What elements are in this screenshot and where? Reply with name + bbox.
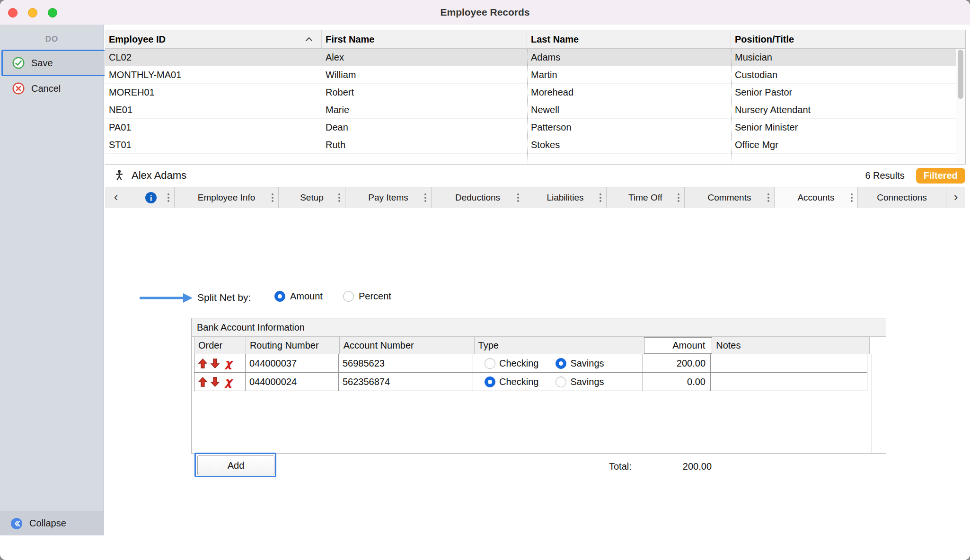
tab-pay-items[interactable]: Pay Items [345, 187, 432, 208]
tab-employee-info[interactable]: Employee Info [175, 187, 279, 208]
split-option-percent[interactable]: Percent [343, 291, 391, 302]
collapse-label: Collapse [29, 518, 66, 529]
checking-radio[interactable] [485, 358, 495, 369]
tab-menu-icon[interactable] [272, 193, 273, 202]
scroll-gutter [872, 354, 872, 453]
tab-bar: ‹ i Employee Info Setup Pay Items Deduct… [105, 187, 965, 209]
tab-info[interactable]: i [127, 187, 175, 208]
cell-first-name: William [322, 70, 527, 80]
cancel-button[interactable]: Cancel [3, 79, 111, 98]
record-bar: Alex Adams 6 Results Filtered [105, 166, 965, 185]
total-value: 200.00 [642, 461, 712, 472]
cell-last-name: Morehead [527, 87, 731, 98]
cell-last-name: Martin [527, 70, 731, 80]
tab-label: Setup [300, 192, 324, 203]
tab-deductions[interactable]: Deductions [432, 187, 524, 208]
radio-icon[interactable] [343, 291, 354, 302]
split-option-amount[interactable]: Amount [274, 291, 323, 302]
column-header-notes: Notes [712, 337, 869, 354]
column-header-order: Order [194, 337, 246, 354]
cell-position: Senior Minister [731, 122, 956, 133]
delete-row-icon[interactable]: χ [225, 376, 232, 387]
checking-radio[interactable] [485, 376, 495, 387]
tab-scroll-left-button[interactable]: ‹ [105, 187, 127, 208]
double-chevron-left-icon [10, 517, 23, 530]
tab-scroll-right-button[interactable]: › [946, 187, 965, 208]
amount-cell[interactable]: 0.00 [643, 372, 711, 391]
add-button[interactable]: Add [197, 455, 274, 475]
tab-label: Deductions [455, 192, 500, 203]
order-cell: χ [194, 354, 246, 373]
radio-icon[interactable] [274, 291, 285, 302]
tab-label: Accounts [797, 192, 834, 203]
column-divider [527, 49, 528, 164]
move-up-icon[interactable] [198, 377, 207, 387]
table-row[interactable]: MOREH01 Robert Morehead Senior Pastor [105, 84, 956, 101]
cell-position: Nursery Attendant [731, 105, 956, 115]
routing-number-cell[interactable]: 044000037 [245, 354, 339, 373]
cell-position: Office Mgr [731, 140, 956, 150]
tab-comments[interactable]: Comments [685, 187, 775, 208]
cell-first-name: Marie [322, 105, 527, 115]
chevron-right-icon: › [954, 190, 958, 206]
routing-number-cell[interactable]: 044000024 [245, 372, 339, 391]
savings-radio[interactable] [556, 358, 566, 369]
svg-text:i: i [150, 193, 152, 202]
amount-cell[interactable]: 200.00 [643, 354, 711, 373]
notes-cell[interactable] [710, 372, 867, 391]
move-down-icon[interactable] [211, 359, 220, 368]
bank-account-groupbox: Bank Account Information Order Routing N… [191, 318, 886, 454]
move-up-icon[interactable] [198, 359, 207, 368]
tab-menu-icon[interactable] [600, 193, 601, 202]
column-header-label: Order [198, 340, 222, 351]
tab-accounts[interactable]: Accounts [775, 187, 858, 208]
tab-connections[interactable]: Connections [858, 187, 946, 208]
savings-label: Savings [570, 376, 604, 387]
cell-last-name: Adams [527, 52, 731, 63]
cell-position: Senior Pastor [731, 87, 956, 98]
table-row[interactable]: NE01 Marie Newell Nursery Attendant [105, 101, 956, 119]
table-row[interactable]: CL02 Alex Adams Musician [105, 49, 956, 66]
filtered-badge: Filtered [916, 168, 965, 184]
table-row[interactable]: PA01 Dean Patterson Senior Minister [105, 119, 956, 136]
employee-table-body: CL02 Alex Adams Musician MONTHLY-MA01 Wi… [105, 49, 965, 164]
results-count: 6 Results [865, 170, 904, 181]
column-header-last-name[interactable]: Last Name [527, 30, 731, 48]
tab-menu-icon[interactable] [678, 193, 679, 202]
tab-label: Liabilities [547, 192, 583, 203]
column-header-routing: Routing Number [246, 337, 340, 354]
person-icon [114, 169, 125, 182]
tab-menu-icon[interactable] [338, 193, 340, 202]
collapse-button[interactable]: Collapse [0, 511, 104, 535]
table-row[interactable]: MONTHLY-MA01 William Martin Custodian [105, 66, 956, 84]
vertical-scrollbar[interactable] [956, 49, 965, 164]
column-header-employee-id[interactable]: Employee ID [105, 30, 322, 48]
save-button[interactable]: Save [1, 50, 112, 76]
tab-label: Employee Info [198, 192, 255, 203]
window-title: Employee Records [0, 0, 970, 25]
tab-label: Comments [708, 192, 751, 203]
tab-menu-icon[interactable] [424, 193, 426, 202]
account-number-cell[interactable]: 562356874 [338, 372, 473, 391]
tab-menu-icon[interactable] [517, 193, 519, 202]
tab-menu-icon[interactable] [851, 193, 853, 202]
column-header-label: Routing Number [250, 340, 319, 351]
cell-employee-id: ST01 [105, 140, 322, 150]
tab-setup[interactable]: Setup [279, 187, 345, 208]
tab-menu-icon[interactable] [168, 193, 169, 202]
cell-employee-id: PA01 [105, 122, 322, 133]
sidebar-header: DO [0, 25, 104, 47]
scrollbar-thumb[interactable] [958, 50, 963, 99]
notes-cell[interactable] [710, 354, 867, 373]
column-header-label: Amount [672, 340, 705, 351]
move-down-icon[interactable] [211, 377, 220, 387]
tab-time-off[interactable]: Time Off [607, 187, 685, 208]
column-header-first-name[interactable]: First Name [322, 30, 527, 48]
column-header-position[interactable]: Position/Title [731, 30, 965, 48]
tab-menu-icon[interactable] [767, 193, 769, 202]
tab-liabilities[interactable]: Liabilities [524, 187, 607, 208]
delete-row-icon[interactable]: χ [225, 358, 232, 369]
account-number-cell[interactable]: 56985623 [338, 354, 473, 373]
table-row[interactable]: ST01 Ruth Stokes Office Mgr [105, 136, 956, 154]
savings-radio[interactable] [556, 376, 566, 387]
